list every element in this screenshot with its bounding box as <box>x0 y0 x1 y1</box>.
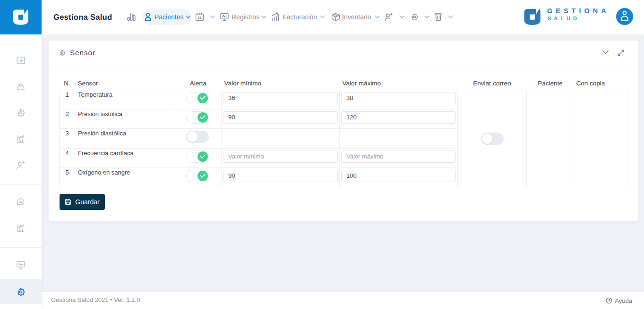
svg-text:31: 31 <box>197 16 201 20</box>
svg-text:?: ? <box>608 298 610 303</box>
